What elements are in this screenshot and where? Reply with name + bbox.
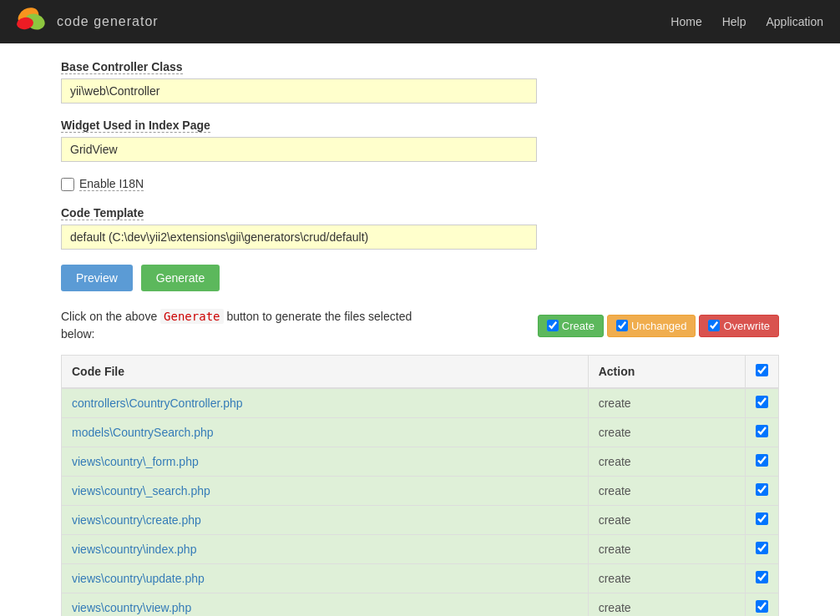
file-cell: models\CountrySearch.php: [62, 418, 589, 447]
file-link[interactable]: views\country\index.php: [72, 543, 196, 556]
legend-badges: Create Unchanged Overwrite: [538, 315, 779, 337]
create-label: Create: [562, 320, 595, 332]
row-checkbox[interactable]: [756, 512, 768, 525]
files-table: Code File Action controllers\CountryCont…: [61, 355, 779, 616]
col-header-action: Action: [588, 356, 745, 389]
yii-logo: [17, 7, 50, 37]
action-cell: create: [588, 418, 745, 447]
action-cell: create: [588, 506, 745, 535]
navbar-title: code generator: [57, 14, 159, 29]
table-row: controllers\CountryController.php create: [62, 388, 779, 418]
widget-group: Widget Used in Index Page: [61, 119, 779, 162]
table-row: views\country\_search.php create: [62, 477, 779, 506]
code-template-group: Code Template: [61, 206, 779, 250]
generate-button[interactable]: Generate: [141, 265, 220, 291]
file-cell: views\country\create.php: [62, 506, 589, 535]
file-link[interactable]: models\CountrySearch.php: [72, 426, 214, 439]
row-checkbox[interactable]: [756, 571, 768, 583]
select-all-checkbox[interactable]: [756, 364, 768, 376]
row-checkbox-cell[interactable]: [746, 447, 779, 477]
code-template-label: Code Template: [61, 206, 779, 220]
table-row: views\country\update.php create: [62, 564, 779, 593]
row-checkbox[interactable]: [756, 600, 768, 613]
table-row: models\CountrySearch.php create: [62, 418, 779, 447]
row-checkbox[interactable]: [756, 542, 768, 554]
create-checkbox[interactable]: [547, 320, 559, 331]
action-cell: create: [588, 388, 745, 418]
row-checkbox[interactable]: [756, 396, 768, 408]
file-cell: views\country\view.php: [62, 593, 589, 617]
file-link[interactable]: views\country\view.php: [72, 601, 191, 614]
enable-i18n-checkbox[interactable]: [61, 178, 74, 191]
file-link[interactable]: controllers\CountryController.php: [72, 396, 243, 410]
code-template-input[interactable]: [61, 225, 537, 250]
row-checkbox[interactable]: [756, 425, 768, 437]
nav-home[interactable]: Home: [670, 15, 701, 28]
action-cell: create: [588, 535, 745, 564]
info-row: Click on the above Generate button to ge…: [61, 308, 779, 343]
file-cell: views\country\_form.php: [62, 447, 589, 477]
nav-help[interactable]: Help: [722, 15, 746, 28]
btn-row: Preview Generate: [61, 265, 779, 291]
brand: code generator: [17, 7, 159, 37]
row-checkbox-cell[interactable]: [746, 593, 779, 617]
main-content: Base Controller Class Widget Used in Ind…: [44, 43, 796, 616]
unchanged-label: Unchanged: [631, 320, 687, 332]
table-row: views\country\create.php create: [62, 506, 779, 535]
action-cell: create: [588, 447, 745, 477]
enable-i18n-label: Enable I18N: [79, 177, 144, 191]
widget-label: Widget Used in Index Page: [61, 119, 779, 132]
navbar: code generator Home Help Application: [0, 0, 840, 43]
row-checkbox-cell[interactable]: [746, 388, 779, 418]
file-cell: views\country\_search.php: [62, 477, 589, 506]
file-cell: views\country\index.php: [62, 535, 589, 564]
widget-input[interactable]: [61, 137, 537, 162]
file-link[interactable]: views\country\update.php: [72, 572, 205, 585]
file-cell: views\country\update.php: [62, 564, 589, 593]
table-row: views\country\index.php create: [62, 535, 779, 564]
file-link[interactable]: views\country\create.php: [72, 513, 201, 527]
enable-i18n-row: Enable I18N: [61, 177, 779, 191]
row-checkbox[interactable]: [756, 483, 768, 496]
col-header-code-file: Code File: [62, 356, 589, 389]
table-row: views\country\view.php create: [62, 593, 779, 617]
table-row: views\country\_form.php create: [62, 447, 779, 477]
action-cell: create: [588, 564, 745, 593]
base-controller-label: Base Controller Class: [61, 60, 779, 73]
base-controller-input[interactable]: [61, 78, 537, 104]
base-controller-group: Base Controller Class: [61, 60, 779, 104]
overwrite-label: Overwrite: [723, 320, 770, 332]
row-checkbox-cell[interactable]: [746, 418, 779, 447]
badge-unchanged: Unchanged: [607, 315, 696, 337]
row-checkbox-cell[interactable]: [746, 564, 779, 593]
action-cell: create: [588, 477, 745, 506]
overwrite-checkbox[interactable]: [708, 320, 720, 331]
unchanged-checkbox[interactable]: [616, 320, 628, 331]
row-checkbox-cell[interactable]: [746, 535, 779, 564]
file-link[interactable]: views\country\_search.php: [72, 484, 210, 497]
table-header-row: Code File Action: [62, 356, 779, 389]
badge-overwrite: Overwrite: [699, 315, 779, 337]
action-cell: create: [588, 593, 745, 617]
generate-word: Generate: [160, 309, 223, 324]
nav-application[interactable]: Application: [767, 15, 824, 28]
file-link[interactable]: views\country\_form.php: [72, 455, 199, 468]
row-checkbox[interactable]: [756, 454, 768, 467]
info-text: Click on the above Generate button to ge…: [61, 308, 445, 343]
row-checkbox-cell[interactable]: [746, 506, 779, 535]
file-cell: controllers\CountryController.php: [62, 388, 589, 418]
navbar-links: Home Help Application: [670, 15, 823, 28]
col-header-checkbox[interactable]: [746, 356, 779, 389]
badge-create: Create: [538, 315, 604, 337]
row-checkbox-cell[interactable]: [746, 477, 779, 506]
preview-button[interactable]: Preview: [61, 265, 133, 291]
